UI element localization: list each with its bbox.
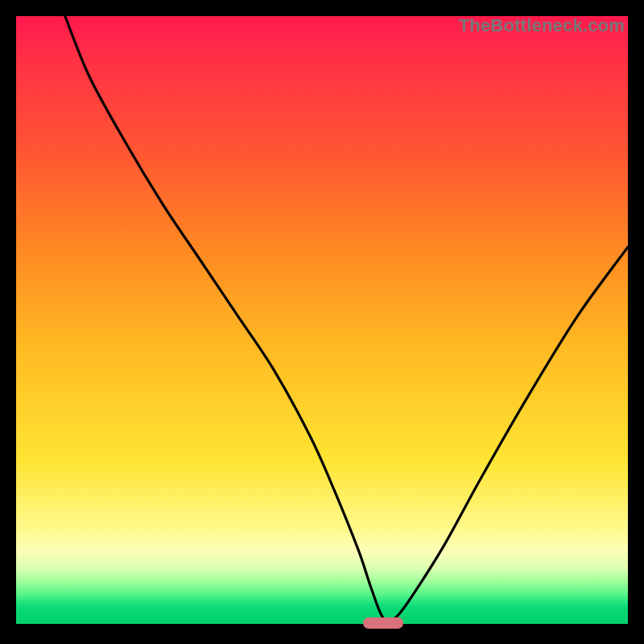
bottleneck-marker-pill [363,617,402,629]
chart-frame: TheBottleneck.com [16,16,628,628]
bottleneck-curve [16,16,628,628]
